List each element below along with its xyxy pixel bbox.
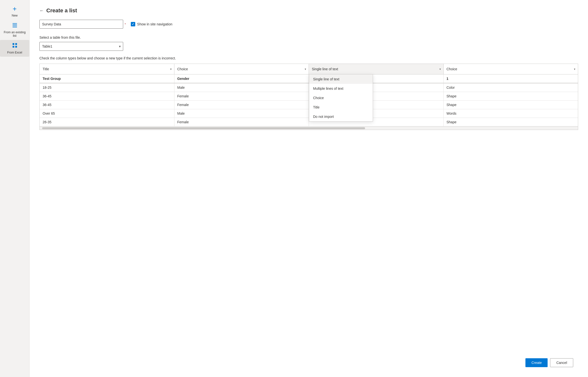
col-header-choice2: ChoiceTitleSingle line of text ▾ (444, 64, 578, 74)
show-nav-label: Show in site navigation (137, 22, 172, 26)
header-cell-gender: Gender (174, 74, 309, 83)
cell-r2c1: 36-45 (40, 92, 174, 100)
cell-r3c1: 36-45 (40, 101, 174, 109)
col-type-select-singleline[interactable]: Single line of text (309, 64, 443, 74)
name-input-wrapper: * (39, 20, 126, 29)
col-header-title: TitleChoiceSingle line of text ▾ (40, 64, 174, 74)
cell-r5c1: 26-35 (40, 118, 174, 126)
cell-r4c1: Over 65 (40, 109, 174, 118)
cancel-button[interactable]: Cancel (550, 358, 573, 367)
cell-r2c4: Shape (444, 92, 578, 100)
name-row: * Show in site navigation (39, 20, 578, 29)
svg-rect-3 (13, 27, 17, 27)
cell-r2c2: Female (174, 92, 309, 100)
table-wrapper: TitleChoiceSingle line of text ▾ ChoiceT… (39, 64, 578, 130)
sidebar: + New From an existing list From Excel (0, 0, 30, 377)
back-button[interactable]: ← (39, 8, 44, 13)
type-dropdown: Single line of text Multiple lines of te… (309, 74, 373, 122)
cell-r1c4: Color (444, 83, 578, 92)
main-content: ← Create a list * Show in site navigatio… (30, 0, 588, 377)
column-headers-row: TitleChoiceSingle line of text ▾ ChoiceT… (40, 64, 578, 74)
table-select[interactable]: Table1 (39, 42, 123, 51)
cell-r5c4: Shape (444, 118, 578, 126)
header-cell-1: 1 (444, 74, 578, 83)
dropdown-option-choice[interactable]: Choice (309, 93, 373, 103)
dropdown-option-multi[interactable]: Multiple lines of text (309, 84, 373, 93)
table-scroll-inner: TitleChoiceSingle line of text ▾ ChoiceT… (40, 64, 578, 130)
svg-rect-4 (13, 43, 14, 45)
table-select-section: Select a table from this file. Table1 ▾ (39, 36, 578, 51)
svg-rect-0 (13, 23, 17, 24)
sidebar-item-new[interactable]: + New (0, 2, 29, 20)
page-title: Create a list (46, 7, 77, 14)
dropdown-option-single[interactable]: Single line of text (309, 74, 373, 84)
header-cell-testgroup: Test Group (40, 74, 174, 83)
list-name-input[interactable] (39, 20, 123, 29)
show-nav-checkbox[interactable] (131, 22, 135, 26)
table-select-wrapper: Table1 ▾ (39, 42, 123, 51)
cell-r1c1: 18-25 (40, 83, 174, 92)
table-section-label: Select a table from this file. (39, 36, 578, 39)
col-type-description: Check the column types below and choose … (39, 56, 578, 60)
col-type-select-choice2[interactable]: ChoiceTitleSingle line of text (444, 64, 578, 74)
sidebar-item-new-label: New (12, 14, 17, 17)
cell-r3c2: Female (174, 101, 309, 109)
create-button[interactable]: Create (525, 358, 548, 367)
cell-r4c4: Words (444, 109, 578, 118)
svg-rect-7 (15, 46, 17, 48)
cell-r5c2: Female (174, 118, 309, 126)
plus-icon: + (13, 5, 17, 13)
scrollbar-track (42, 127, 365, 129)
page-header: ← Create a list (39, 7, 578, 14)
sidebar-item-from-existing-label: From an existing list (2, 31, 27, 37)
grid-icon (12, 42, 18, 50)
required-indicator: * (125, 23, 126, 26)
col-header-singleline: Single line of text ▾ Single line of tex… (309, 64, 444, 74)
cell-r1c2: Male (174, 83, 309, 92)
col-type-select-title[interactable]: TitleChoiceSingle line of text (40, 64, 174, 74)
cell-r4c2: Male (174, 109, 309, 118)
footer-buttons: Create Cancel (525, 358, 573, 367)
sidebar-item-from-excel[interactable]: From Excel (0, 40, 29, 57)
list-icon (12, 22, 18, 30)
svg-rect-6 (13, 46, 14, 48)
svg-rect-1 (13, 24, 17, 25)
dropdown-option-title[interactable]: Title (309, 103, 373, 112)
sidebar-item-from-existing[interactable]: From an existing list (0, 20, 29, 40)
col-header-choice1: ChoiceTitleSingle line of text ▾ (174, 64, 309, 74)
svg-rect-2 (13, 26, 17, 26)
cell-r3c4: Shape (444, 101, 578, 109)
col-type-select-choice1[interactable]: ChoiceTitleSingle line of text (174, 64, 309, 74)
nav-checkbox-row: Show in site navigation (131, 22, 172, 26)
dropdown-option-noimport[interactable]: Do not import (309, 112, 373, 121)
sidebar-item-from-excel-label: From Excel (7, 51, 22, 54)
svg-rect-5 (15, 43, 17, 45)
horizontal-scrollbar[interactable] (40, 126, 578, 130)
